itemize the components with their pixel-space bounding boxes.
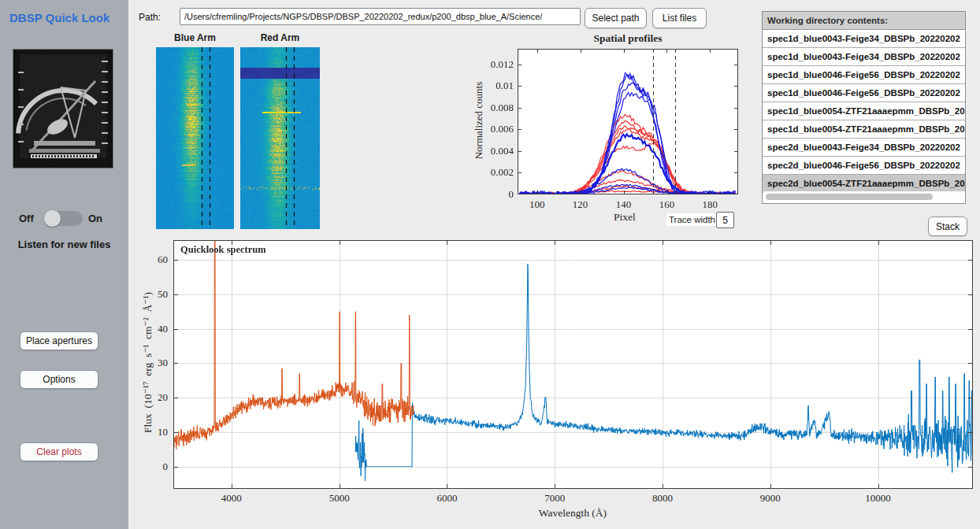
working-directory-list: spec1d_blue0043-Feige34_DBSPb_20220202sp… [763, 30, 965, 193]
list-item[interactable]: spec1d_blue0054-ZTF21aaaepmm_DBSPb_20220… [763, 102, 965, 120]
tick-label: 7000 [531, 492, 578, 505]
list-item[interactable]: spec2d_blue0043-Feige34_DBSPb_20220202 [763, 139, 965, 157]
tick-label: 5000 [316, 492, 363, 505]
tick-label: 0 [119, 461, 168, 473]
toggle-knob[interactable] [44, 210, 61, 227]
spectrum-xlabel: Wavelength (Å) [494, 507, 651, 520]
tick-label: 10 [119, 426, 168, 438]
tick-label: 9000 [747, 492, 794, 505]
tick-label: 10000 [855, 492, 902, 505]
tick-label: 20 [119, 391, 168, 404]
tick-label: 60 [119, 253, 168, 266]
tick-label: 0.012 [468, 58, 514, 71]
tick-label: 0.006 [468, 123, 514, 135]
tick-label: 0.002 [468, 166, 514, 179]
list-item[interactable]: spec1d_blue0046-Feige56_DBSPb_20220202 [763, 84, 965, 102]
app-title: DBSP Quick Look [9, 11, 110, 24]
options-button[interactable]: Options [20, 370, 98, 389]
trace-width-input[interactable] [716, 212, 734, 228]
spatial-xlabel: Pixel [585, 211, 664, 224]
app-window: { "app": { "title": "DBSP Quick Look" },… [0, 0, 980, 529]
tick-label: 120 [563, 198, 598, 211]
quicklook-spectrum-plot [173, 240, 973, 489]
telescope-image [13, 49, 113, 168]
list-item[interactable]: spec1d_blue0046-Feige56_DBSPb_20220202 [763, 66, 965, 84]
tick-label: 0.004 [468, 145, 514, 157]
scrollbar-thumb[interactable] [766, 194, 933, 200]
tick-label: 0 [468, 188, 514, 201]
tick-label: 100 [520, 198, 555, 211]
tick-label: 140 [607, 198, 641, 211]
sidebar: DBSP Quick Look Off On Listen for new fi… [0, 0, 128, 529]
tick-label: 4000 [208, 492, 255, 505]
spectrum-title: Quicklook spectrum [180, 244, 266, 256]
tick-label: 30 [119, 357, 168, 369]
stack-button[interactable]: Stack [928, 216, 967, 236]
blue-arm-title: Blue Arm [156, 32, 234, 43]
spatial-profiles-title: Spatial profiles [518, 32, 738, 45]
tick-label: 0.01 [468, 80, 514, 92]
toggle-on-label: On [88, 213, 102, 224]
listen-toggle[interactable] [45, 211, 83, 226]
list-item[interactable]: spec2d_blue0046-Feige56_DBSPb_20220202 [763, 157, 965, 175]
red-arm-title: Red Arm [240, 32, 320, 43]
listen-for-new-files-label: Listen for new files [0, 239, 128, 250]
red-arm-image [240, 47, 320, 229]
tick-label: 160 [649, 198, 684, 211]
spatial-profiles-plot [518, 49, 738, 194]
place-apertures-button[interactable]: Place apertures [20, 331, 98, 350]
working-directory-panel: Working directory contents: spec1d_blue0… [762, 11, 966, 204]
tick-label: 8000 [639, 492, 686, 505]
select-path-button[interactable]: Select path [585, 8, 647, 28]
tick-label: 6000 [423, 492, 470, 505]
horizontal-scrollbar[interactable] [763, 191, 966, 202]
trace-width-label: Trace width: [666, 213, 720, 226]
path-label: Path: [139, 12, 161, 23]
clear-plots-button[interactable]: Clear plots [20, 442, 98, 461]
path-input[interactable] [180, 8, 581, 25]
tick-label: 0.008 [468, 102, 514, 114]
list-item[interactable]: spec1d_blue0043-Feige34_DBSPb_20220202 [763, 30, 965, 48]
blue-arm-image [156, 47, 234, 229]
list-item[interactable]: spec1d_blue0054-ZTF21aaaepmm_DBSPb_20220… [763, 120, 965, 139]
toggle-off-label: Off [19, 213, 34, 224]
list-item[interactable]: spec1d_blue0043-Feige34_DBSPb_20220202 [763, 48, 965, 66]
tick-label: 40 [119, 323, 168, 335]
tick-label: 180 [692, 198, 727, 211]
tick-label: 50 [119, 288, 168, 301]
working-directory-header: Working directory contents: [763, 12, 965, 30]
list-files-button[interactable]: List files [652, 8, 707, 28]
